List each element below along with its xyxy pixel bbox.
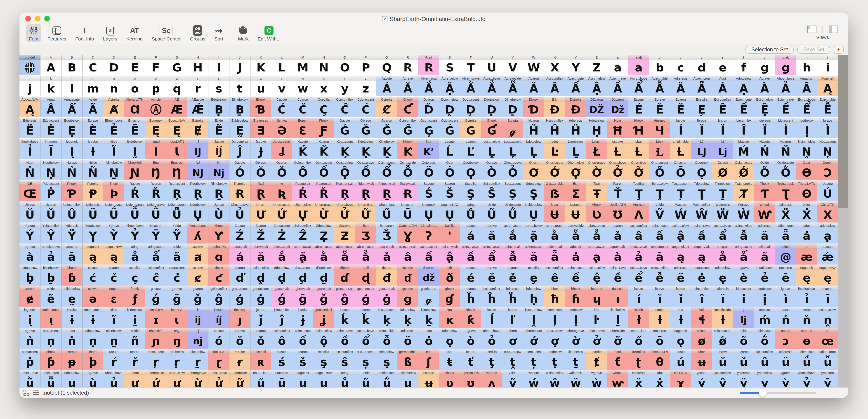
glyph-cell[interactable]: EgraveÈ	[83, 118, 103, 139]
glyph-cell[interactable]: UtildeacuteṸ	[502, 202, 523, 222]
glyph-cell[interactable]: HdieresisḦ	[565, 118, 586, 139]
glyph-cell[interactable]: ZstrokeƵ	[334, 223, 355, 243]
glyph-cell[interactable]: edotaccentė	[691, 265, 712, 286]
glyph-cell[interactable]: KlinebelowḴ	[376, 139, 397, 159]
glyph-cell[interactable]: LacuteĹ	[439, 139, 460, 159]
glyph-cell[interactable]: IsmallI	[145, 139, 166, 159]
glyph-cell[interactable]: CcircumflexĈ	[334, 97, 355, 117]
glyph-cell[interactable]: VV	[502, 55, 523, 75]
glyph-cell[interactable]: ihookaboveỉ	[796, 286, 817, 307]
glyph-cell[interactable]: NN	[313, 55, 334, 75]
glyph-cell[interactable]: EshƩ	[565, 181, 586, 202]
glyph-cell[interactable]: eopenɛ	[103, 286, 124, 307]
glyph-cell[interactable]: acirc...ve.altầ	[460, 244, 481, 265]
glyph-cell[interactable]: agrave.altà	[607, 244, 628, 265]
glyph-cell[interactable]: TbarŦ	[586, 181, 608, 202]
glyph-cell[interactable]: Iota.LATNƖ	[166, 139, 187, 159]
glyph-cell[interactable]: WacuteẂ	[670, 202, 691, 222]
glyph-cell[interactable]: Uhun...lautŰ	[376, 202, 397, 222]
glyph-cell[interactable]: EE	[124, 55, 145, 75]
selection-to-set-button[interactable]: Selection to Set	[745, 46, 794, 54]
glyph-cell[interactable]: OacuteÓ	[229, 160, 250, 180]
glyph-cell[interactable]: ijacuteíj́	[209, 307, 229, 328]
glyph-cell[interactable]: PP	[355, 55, 376, 75]
glyph-cell[interactable]: Eogo...NAVĘ	[166, 118, 187, 139]
glyph-cell[interactable]: PhookƤ	[61, 181, 83, 202]
glyph-cell[interactable]: DzcaronDž	[607, 97, 628, 117]
glyph-cell[interactable]: LdotĿ	[544, 139, 565, 159]
glyph-cell[interactable]: IstrokeƗ	[83, 139, 103, 159]
glyph-cell[interactable]: gcircumflexĝ	[209, 286, 229, 307]
glyph-cell[interactable]: tcirc...belowṱ	[502, 349, 523, 370]
glyph-cell[interactable]: HcaronȞ	[523, 118, 544, 139]
glyph-cell[interactable]: EtildebelowḚ	[229, 118, 250, 139]
glyph-cell[interactable]: EmacronĒ	[124, 118, 145, 139]
glyph-cell[interactable]: WdieresisẄ	[712, 202, 733, 222]
glyph-cell[interactable]: udier...aronǚ	[817, 349, 838, 370]
glyph-cell[interactable]: NJNJ	[187, 160, 209, 180]
glyph-cell[interactable]: BB	[61, 55, 83, 75]
glyph-cell[interactable]: HcircumflexĤ	[544, 118, 565, 139]
glyph-cell[interactable]: II	[209, 55, 229, 75]
glyph-cell[interactable]: BlinebelowḆ	[229, 97, 250, 117]
glyph-cell[interactable]: GbreveĞ	[355, 118, 376, 139]
glyph-cell[interactable]: odotbelowọ	[439, 328, 460, 349]
glyph-cell[interactable]: ZcircumflexẐ	[292, 223, 313, 243]
glyph-cell[interactable]: ddotbelowḍ	[271, 265, 292, 286]
glyph-cell[interactable]: GcaronǦ	[376, 118, 397, 139]
glyph-cell[interactable]: UhornacuteỨ	[271, 202, 292, 222]
glyph-cell[interactable]: germandblsß	[397, 349, 418, 370]
glyph-cell[interactable]: Aogo...NAVĄ	[20, 97, 40, 117]
glyph-cell[interactable]: hturnedɥ	[586, 286, 608, 307]
glyph-cell[interactable]: gbreveğ	[166, 286, 187, 307]
glyph-cell[interactable]: Tcirc...elowṰ	[649, 181, 670, 202]
glyph-cell[interactable]: amacronā	[61, 244, 83, 265]
glyph-cell[interactable]: abre...graveằ	[544, 223, 565, 243]
glyph-cell[interactable]: AbreveĂ	[397, 76, 418, 96]
glyph-cell[interactable]: ThookƬ	[754, 181, 775, 202]
glyph-cell[interactable]: Twit...strokeȾ	[733, 181, 754, 202]
glyph-cell[interactable]: dotlessiı	[607, 286, 628, 307]
glyph-cell[interactable]: eacuteé	[460, 265, 481, 286]
glyph-cell[interactable]: Ehoo...boveẺ	[103, 118, 124, 139]
glyph-cell[interactable]: eogonekę	[796, 265, 817, 286]
glyph-cell[interactable]: xx	[313, 76, 334, 96]
glyph-cell[interactable]: QQ	[376, 55, 397, 75]
glyph-cell[interactable]: RtailⱤ	[250, 181, 272, 202]
glyph-cell[interactable]: acirc...cuteấ	[649, 223, 670, 243]
glyph-cell[interactable]: Udie...acronǕ	[166, 202, 187, 222]
glyph-cell[interactable]: ecirc...raveề	[607, 265, 628, 286]
glyph-cell[interactable]: odotȯ	[418, 328, 439, 349]
glyph-cell[interactable]: odieresisö	[397, 328, 418, 349]
glyph-cell[interactable]: tstrokeⱦ	[586, 349, 608, 370]
glyph-cell[interactable]: DcaronĎ	[418, 97, 439, 117]
glyph-cell[interactable]: a.alta	[628, 55, 649, 75]
glyph-cell[interactable]: EstrokeɆ	[187, 118, 209, 139]
glyph-cell[interactable]: acirc...elowậ	[670, 223, 691, 243]
glyph-cell[interactable]: ImacronĪ	[40, 139, 61, 159]
glyph-cell[interactable]: adotbelowạ	[817, 223, 838, 243]
glyph-cell[interactable]: ethð	[439, 265, 460, 286]
glyph-cell[interactable]: ohoo...boveỏ	[481, 328, 502, 349]
glyph-cell[interactable]: zz	[355, 76, 376, 96]
glyph-cell[interactable]: ubarʉ	[691, 349, 712, 370]
glyph-cell[interactable]: ll	[61, 76, 83, 96]
glyph-cell[interactable]: kco...accentķ	[376, 307, 397, 328]
glyph-cell[interactable]: ZZ	[586, 55, 608, 75]
glyph-cell[interactable]: acircumflexâ	[628, 223, 649, 243]
glyph-cell[interactable]: acirc...w.altậ	[439, 244, 460, 265]
glyph-cell[interactable]: obarredɵ	[796, 328, 817, 349]
glyph-cell[interactable]: AEÆ	[166, 97, 187, 117]
glyph-cell[interactable]: dcaronď	[229, 265, 250, 286]
glyph-cell[interactable]: lcirc...belowḽ	[523, 307, 544, 328]
view-layout-1-icon[interactable]	[807, 26, 816, 33]
glyph-cell[interactable]: otildeõ	[733, 328, 754, 349]
glyph-cell[interactable]: WhookⱲ	[754, 202, 775, 222]
toolbar-item-space-center[interactable]: Sc Space Center	[149, 24, 183, 42]
glyph-cell[interactable]: Ecirc...elowỆ	[754, 97, 775, 117]
glyph-cell[interactable]: Rstroke.altɌ	[397, 181, 418, 202]
glyph-cell[interactable]: Eng.loclȠ	[166, 160, 187, 180]
glyph-cell[interactable]: IhookaboveỈ	[20, 139, 40, 159]
glyph-cell[interactable]: OdotȮ	[439, 160, 460, 180]
glyph-cell[interactable]: DD	[103, 55, 124, 75]
